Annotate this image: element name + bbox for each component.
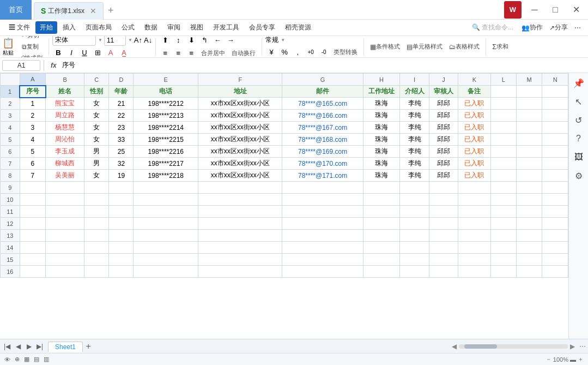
sidebar-image-icon[interactable]: 🖼	[571, 149, 586, 165]
row-header-4[interactable]: 4	[1, 122, 20, 134]
cell[interactable]	[198, 242, 282, 254]
cell[interactable]: xx市xx区xx街xx小区	[198, 98, 282, 110]
cell[interactable]	[516, 194, 542, 206]
cell[interactable]	[490, 134, 516, 146]
font-decrease-button[interactable]: A↓	[144, 36, 152, 44]
cell[interactable]: 78****@167.com	[282, 122, 363, 134]
cell[interactable]	[20, 266, 45, 278]
cell[interactable]: 6	[20, 158, 45, 170]
col-header-e[interactable]: E	[134, 74, 198, 86]
menu-page-layout[interactable]: 页面布局	[81, 21, 116, 34]
cell[interactable]	[516, 266, 542, 278]
cell[interactable]	[542, 182, 568, 194]
add-sheet-button[interactable]: +	[83, 341, 94, 352]
cell[interactable]: 介绍人	[400, 86, 429, 98]
cell[interactable]	[429, 254, 458, 266]
cell[interactable]	[490, 98, 516, 110]
cell[interactable]	[490, 182, 516, 194]
normal-view-button[interactable]: ▦	[24, 356, 29, 363]
col-header-l[interactable]: L	[490, 74, 516, 86]
cell[interactable]: 工作地址	[363, 86, 400, 98]
cell[interactable]	[109, 266, 134, 278]
cell[interactable]	[46, 242, 84, 254]
row-header-8[interactable]: 8	[1, 170, 20, 182]
cell[interactable]	[516, 206, 542, 218]
col-header-a[interactable]: A	[20, 74, 45, 86]
cell[interactable]	[490, 146, 516, 158]
cell[interactable]: 5	[20, 146, 45, 158]
cell[interactable]	[134, 194, 198, 206]
sheet-nav-last-button[interactable]: ▶|	[35, 342, 45, 351]
cell[interactable]	[198, 182, 282, 194]
cell[interactable]	[282, 206, 363, 218]
cell[interactable]	[20, 194, 45, 206]
cell[interactable]	[429, 194, 458, 206]
row-header-10[interactable]: 10	[1, 194, 20, 206]
scroll-right-button[interactable]: ▶	[570, 343, 575, 350]
cell[interactable]: 年龄	[109, 86, 134, 98]
cell[interactable]	[490, 218, 516, 230]
cell[interactable]	[516, 218, 542, 230]
cell[interactable]	[490, 86, 516, 98]
cell[interactable]	[46, 230, 84, 242]
cell[interactable]	[282, 230, 363, 242]
formula-input[interactable]	[60, 61, 586, 70]
cell[interactable]: 1	[20, 98, 45, 110]
scroll-left-button[interactable]: ◀	[452, 343, 457, 350]
cell[interactable]	[282, 218, 363, 230]
cell[interactable]	[516, 122, 542, 134]
thousands-button[interactable]: ,	[292, 46, 304, 58]
cell[interactable]: 78****@170.com	[282, 158, 363, 170]
row-header-3[interactable]: 3	[1, 110, 20, 122]
type-convert-button[interactable]: 类型转换	[331, 47, 360, 57]
cell[interactable]	[363, 266, 400, 278]
fx-button[interactable]: fx	[47, 61, 60, 70]
col-header-n[interactable]: N	[542, 74, 568, 86]
cell[interactable]	[282, 182, 363, 194]
three-dots-button[interactable]: ⋯	[579, 343, 586, 350]
menu-member[interactable]: 会员专享	[245, 21, 280, 34]
align-center-button[interactable]: ≡	[172, 47, 184, 58]
search-commands[interactable]: 🔍 查找命令...	[468, 21, 518, 34]
col-header-i[interactable]: I	[400, 74, 429, 86]
cell[interactable]	[134, 218, 198, 230]
cell[interactable]	[490, 158, 516, 170]
cell[interactable]	[400, 182, 429, 194]
cell[interactable]	[282, 242, 363, 254]
cell[interactable]: 78****@166.com	[282, 110, 363, 122]
cell[interactable]	[542, 242, 568, 254]
cell[interactable]	[282, 266, 363, 278]
more-menu-button[interactable]: ⋯	[572, 23, 584, 33]
cell[interactable]: 周立路	[46, 110, 84, 122]
cell[interactable]	[516, 146, 542, 158]
row-header-2[interactable]: 2	[1, 98, 20, 110]
cell[interactable]	[542, 254, 568, 266]
cell[interactable]	[134, 230, 198, 242]
cell[interactable]	[46, 254, 84, 266]
cond-format-button[interactable]: ▦ 条件格式	[367, 41, 403, 52]
cell[interactable]	[542, 134, 568, 146]
cell[interactable]	[198, 218, 282, 230]
cell[interactable]	[134, 242, 198, 254]
font-size-input[interactable]	[104, 36, 126, 46]
minimize-button[interactable]: ─	[525, 3, 544, 17]
cell[interactable]: 电话	[134, 86, 198, 98]
cell[interactable]	[516, 170, 542, 182]
cell[interactable]	[109, 230, 134, 242]
cell[interactable]: 19	[109, 170, 134, 182]
cell[interactable]	[490, 122, 516, 134]
cell[interactable]: 22	[109, 110, 134, 122]
cell[interactable]: 男	[84, 158, 109, 170]
cell[interactable]: 李纯	[400, 170, 429, 182]
cell[interactable]: 珠海	[363, 158, 400, 170]
cell[interactable]: 78****@171.com	[282, 170, 363, 182]
cell[interactable]	[400, 230, 429, 242]
cell[interactable]: xx市xx区xx街xx小区	[198, 170, 282, 182]
cell[interactable]	[84, 182, 109, 194]
menu-insert[interactable]: 插入	[58, 21, 80, 34]
view-icon-2[interactable]: ⊕	[15, 356, 20, 363]
cell[interactable]	[109, 254, 134, 266]
cell[interactable]: 198****2216	[134, 146, 198, 158]
col-header-m[interactable]: M	[516, 74, 542, 86]
cell[interactable]: 李纯	[400, 122, 429, 134]
